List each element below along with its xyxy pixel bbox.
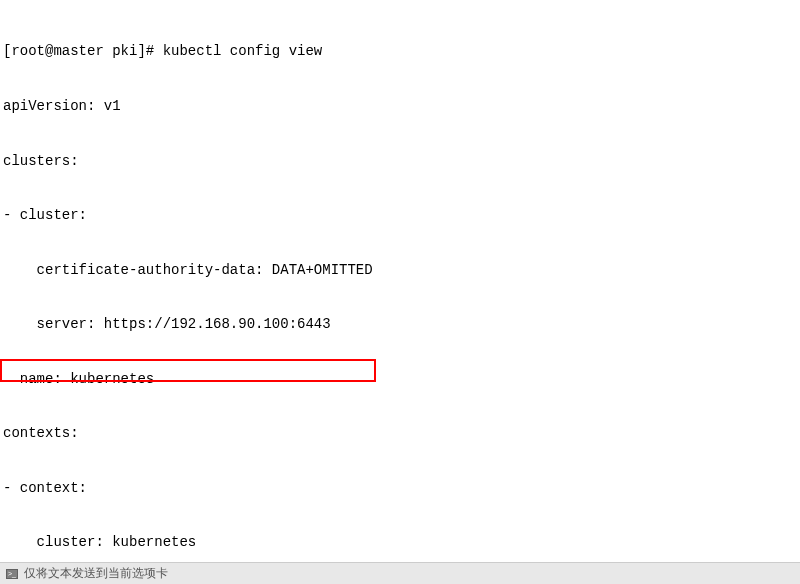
status-text: 仅将文本发送到当前选项卡 bbox=[24, 566, 168, 582]
terminal-line: [root@master pki]# kubectl config view bbox=[3, 42, 797, 60]
terminal-line: certificate-authority-data: DATA+OMITTED bbox=[3, 261, 797, 279]
terminal-line: clusters: bbox=[3, 152, 797, 170]
terminal-output[interactable]: [root@master pki]# kubectl config view a… bbox=[0, 0, 800, 584]
terminal-icon bbox=[6, 569, 18, 579]
terminal-line: cluster: kubernetes bbox=[3, 533, 797, 551]
terminal-line: name: kubernetes bbox=[3, 370, 797, 388]
terminal-line: apiVersion: v1 bbox=[3, 97, 797, 115]
terminal-line: contexts: bbox=[3, 424, 797, 442]
terminal-line: - cluster: bbox=[3, 206, 797, 224]
status-bar: 仅将文本发送到当前选项卡 bbox=[0, 562, 800, 584]
terminal-line: - context: bbox=[3, 479, 797, 497]
terminal-line: server: https://192.168.90.100:6443 bbox=[3, 315, 797, 333]
